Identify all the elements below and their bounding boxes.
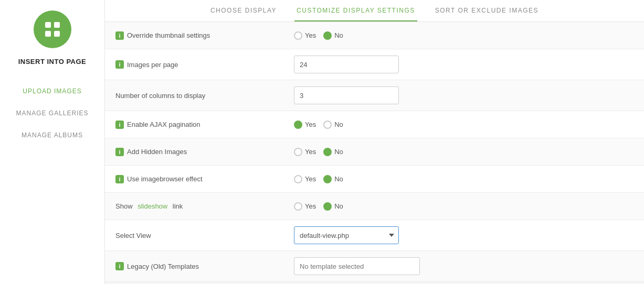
- input-legacy-templates[interactable]: [294, 257, 420, 275]
- main-content: CHOOSE DISPLAY CUSTOMIZE DISPLAY SETTING…: [105, 0, 644, 284]
- control-enable-ajax: Yes No: [294, 121, 634, 129]
- radio-label-yes-override-thumbnail: Yes: [305, 31, 316, 39]
- select-view-wrapper: default-view.php: [294, 226, 399, 244]
- control-select-view: default-view.php: [294, 226, 634, 244]
- row-override-thumbnail: i Override thumbnail settings Yes No: [105, 22, 644, 49]
- info-icon-override-thumbnail[interactable]: i: [115, 31, 124, 40]
- insert-into-page-label: INSERT INTO PAGE: [18, 58, 87, 65]
- label-override-thumbnail: i Override thumbnail settings: [115, 31, 294, 40]
- control-legacy-templates: [294, 257, 634, 275]
- label-images-per-page: i Images per page: [115, 60, 294, 69]
- label-text-use-imagebrowser: Use imagebrowser effect: [127, 175, 203, 183]
- radio-label-no-enable-ajax: No: [334, 121, 343, 128]
- svg-rect-3: [54, 31, 60, 37]
- settings-area: i Override thumbnail settings Yes No: [105, 22, 644, 284]
- radio-label-no-override-thumbnail: No: [334, 31, 343, 39]
- sidebar-item-manage-albums[interactable]: MANAGE ALBUMS: [0, 124, 104, 146]
- label-text-images-per-page: Images per page: [127, 61, 178, 69]
- radio-label-no-use-imagebrowser: No: [334, 175, 343, 183]
- info-icon-enable-ajax[interactable]: i: [115, 121, 124, 129]
- label-legacy-templates: i Legacy (Old) Templates: [115, 262, 294, 270]
- row-enable-ajax: i Enable AJAX pagination Yes No: [105, 111, 644, 138]
- sidebar-item-manage-galleries[interactable]: MANAGE GALLERIES: [0, 102, 104, 124]
- label-text-select-view: Select View: [115, 232, 151, 239]
- radio-yes-add-hidden-images[interactable]: Yes: [294, 148, 316, 156]
- radio-no-use-imagebrowser[interactable]: No: [323, 175, 343, 183]
- radio-circle-yes-override-thumbnail[interactable]: [294, 31, 302, 40]
- control-use-imagebrowser: Yes No: [294, 175, 634, 183]
- radio-circle-no-use-imagebrowser[interactable]: [323, 175, 332, 183]
- radio-circle-no-show-slideshow[interactable]: [323, 202, 332, 211]
- radio-label-yes-enable-ajax: Yes: [305, 121, 316, 128]
- label-text-override-thumbnail: Override thumbnail settings: [127, 31, 210, 39]
- info-icon-add-hidden-images[interactable]: i: [115, 148, 124, 156]
- grid-icon: [43, 19, 62, 39]
- radio-no-enable-ajax[interactable]: No: [323, 121, 343, 129]
- radio-circle-yes-add-hidden-images[interactable]: [294, 148, 302, 156]
- radio-circle-no-add-hidden-images[interactable]: [323, 148, 332, 156]
- radio-no-add-hidden-images[interactable]: No: [323, 148, 343, 156]
- label-enable-ajax: i Enable AJAX pagination: [115, 121, 294, 129]
- control-show-slideshow: Yes No: [294, 202, 634, 211]
- radio-label-no-show-slideshow: No: [334, 202, 343, 210]
- info-icon-use-imagebrowser[interactable]: i: [115, 175, 124, 183]
- control-override-thumbnail: Yes No: [294, 31, 634, 40]
- label-text-legacy-templates: Legacy (Old) Templates: [127, 263, 199, 270]
- control-add-hidden-images: Yes No: [294, 148, 634, 156]
- input-images-per-page[interactable]: [294, 56, 399, 73]
- sidebar: INSERT INTO PAGE UPLOAD IMAGES MANAGE GA…: [0, 0, 105, 284]
- radio-label-yes-use-imagebrowser: Yes: [305, 175, 316, 183]
- tab-customize-display-settings[interactable]: CUSTOMIZE DISPLAY SETTINGS: [294, 1, 417, 21]
- radio-no-override-thumbnail[interactable]: No: [323, 31, 343, 40]
- radio-yes-use-imagebrowser[interactable]: Yes: [294, 175, 316, 183]
- label-text-link-suffix: link: [171, 202, 183, 210]
- svg-rect-2: [45, 31, 51, 37]
- select-view-dropdown[interactable]: default-view.php: [294, 226, 399, 244]
- app-layout: INSERT INTO PAGE UPLOAD IMAGES MANAGE GA…: [0, 0, 644, 284]
- logo[interactable]: [34, 10, 71, 48]
- radio-circle-yes-show-slideshow[interactable]: [294, 202, 302, 211]
- row-number-of-columns: Number of columns to display: [105, 80, 644, 111]
- row-select-view: Select View default-view.php: [105, 220, 644, 251]
- radio-no-show-slideshow[interactable]: No: [323, 202, 343, 211]
- info-icon-images-per-page[interactable]: i: [115, 60, 124, 69]
- radio-circle-no-override-thumbnail[interactable]: [323, 31, 332, 40]
- row-legacy-templates: i Legacy (Old) Templates: [105, 251, 644, 282]
- row-show-slideshow: Show slideshow link Yes No: [105, 193, 644, 220]
- label-add-hidden-images: i Add Hidden Images: [115, 148, 294, 156]
- label-number-of-columns: Number of columns to display: [115, 92, 294, 100]
- tab-sort-or-exclude-images[interactable]: SORT OR EXCLUDE IMAGES: [433, 1, 541, 21]
- label-text-add-hidden-images: Add Hidden Images: [127, 148, 187, 156]
- label-text-number-of-columns: Number of columns to display: [115, 92, 205, 100]
- radio-label-yes-add-hidden-images: Yes: [305, 148, 316, 156]
- sidebar-item-upload-images[interactable]: UPLOAD IMAGES: [0, 80, 104, 102]
- row-images-per-page: i Images per page: [105, 49, 644, 80]
- radio-yes-show-slideshow[interactable]: Yes: [294, 202, 316, 211]
- radio-circle-yes-enable-ajax[interactable]: [294, 121, 302, 129]
- svg-rect-0: [45, 22, 51, 28]
- tab-choose-display[interactable]: CHOOSE DISPLAY: [208, 1, 279, 21]
- top-nav: CHOOSE DISPLAY CUSTOMIZE DISPLAY SETTING…: [105, 0, 644, 22]
- control-images-per-page: [294, 56, 634, 73]
- radio-yes-enable-ajax[interactable]: Yes: [294, 121, 316, 129]
- label-text-show: Show: [115, 202, 134, 210]
- info-icon-legacy-templates[interactable]: i: [115, 262, 124, 270]
- label-text-enable-ajax: Enable AJAX pagination: [127, 121, 200, 128]
- label-use-imagebrowser: i Use imagebrowser effect: [115, 175, 294, 183]
- radio-circle-yes-use-imagebrowser[interactable]: [294, 175, 302, 183]
- sidebar-nav: UPLOAD IMAGES MANAGE GALLERIES MANAGE AL…: [0, 80, 104, 146]
- control-number-of-columns: [294, 86, 634, 104]
- label-select-view: Select View: [115, 232, 294, 239]
- radio-yes-override-thumbnail[interactable]: Yes: [294, 31, 316, 40]
- input-number-of-columns[interactable]: [294, 86, 399, 104]
- label-show-slideshow: Show slideshow link: [115, 202, 294, 210]
- radio-label-no-add-hidden-images: No: [334, 148, 343, 156]
- radio-circle-no-enable-ajax[interactable]: [323, 121, 332, 129]
- row-use-imagebrowser: i Use imagebrowser effect Yes No: [105, 166, 644, 193]
- radio-label-yes-show-slideshow: Yes: [305, 202, 316, 210]
- svg-rect-1: [54, 22, 60, 28]
- row-add-hidden-images: i Add Hidden Images Yes No: [105, 138, 644, 166]
- slideshow-link[interactable]: slideshow: [138, 202, 167, 210]
